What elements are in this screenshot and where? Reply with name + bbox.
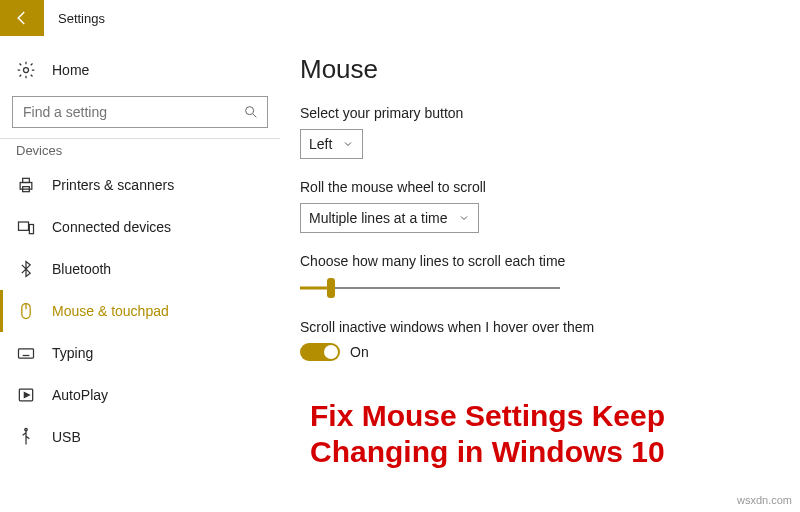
sidebar: Home Devices Printers & scanners Connect… [0, 36, 280, 512]
nav-item-label: Printers & scanners [52, 177, 174, 193]
usb-icon [16, 427, 36, 447]
nav-item-label: USB [52, 429, 81, 445]
nav-printers-scanners[interactable]: Printers & scanners [0, 164, 280, 206]
nav-home[interactable]: Home [0, 50, 280, 90]
svg-rect-6 [29, 225, 33, 234]
mouse-icon [16, 301, 36, 321]
back-button[interactable] [0, 0, 44, 36]
nav-item-label: Mouse & touchpad [52, 303, 169, 319]
lines-scroll-slider[interactable] [300, 277, 560, 299]
printer-icon [16, 175, 36, 195]
nav-usb[interactable]: USB [0, 416, 280, 458]
nav-autoplay[interactable]: AutoPlay [0, 374, 280, 416]
nav-item-label: Connected devices [52, 219, 171, 235]
inactive-windows-toggle[interactable] [300, 343, 340, 361]
primary-button-label: Select your primary button [300, 105, 780, 121]
toggle-state: On [350, 344, 369, 360]
gear-icon [16, 60, 36, 80]
inactive-windows-label: Scroll inactive windows when I hover ove… [300, 319, 780, 335]
chevron-down-icon [458, 212, 470, 224]
page-title: Mouse [300, 54, 780, 85]
search-input[interactable] [12, 96, 268, 128]
chevron-down-icon [342, 138, 354, 150]
lines-scroll-label: Choose how many lines to scroll each tim… [300, 253, 780, 269]
svg-rect-5 [19, 222, 29, 230]
wheel-scroll-label: Roll the mouse wheel to scroll [300, 179, 780, 195]
select-value: Multiple lines at a time [309, 210, 448, 226]
nav-mouse-touchpad[interactable]: Mouse & touchpad [0, 290, 280, 332]
overlay-caption: Fix Mouse Settings Keep Changing in Wind… [310, 398, 800, 470]
nav-item-label: Bluetooth [52, 261, 111, 277]
search-field[interactable] [21, 103, 243, 121]
device-icon [16, 217, 36, 237]
nav-item-label: AutoPlay [52, 387, 108, 403]
primary-button-select[interactable]: Left [300, 129, 363, 159]
toggle-knob [324, 345, 338, 359]
nav-group-devices: Devices [0, 139, 280, 164]
keyboard-icon [16, 343, 36, 363]
watermark: wsxdn.com [737, 494, 792, 506]
nav-bluetooth[interactable]: Bluetooth [0, 248, 280, 290]
nav-connected-devices[interactable]: Connected devices [0, 206, 280, 248]
bluetooth-icon [16, 259, 36, 279]
svg-rect-2 [20, 183, 32, 190]
slider-track [300, 287, 560, 289]
autoplay-icon [16, 385, 36, 405]
wheel-scroll-select[interactable]: Multiple lines at a time [300, 203, 479, 233]
svg-point-0 [24, 68, 29, 73]
svg-rect-3 [23, 178, 30, 182]
window-title: Settings [58, 11, 105, 26]
svg-point-1 [246, 107, 254, 115]
search-icon [243, 104, 259, 120]
nav-typing[interactable]: Typing [0, 332, 280, 374]
nav-item-label: Typing [52, 345, 93, 361]
nav-home-label: Home [52, 62, 89, 78]
select-value: Left [309, 136, 332, 152]
svg-rect-9 [19, 349, 34, 358]
slider-thumb[interactable] [327, 278, 335, 298]
arrow-left-icon [13, 9, 31, 27]
